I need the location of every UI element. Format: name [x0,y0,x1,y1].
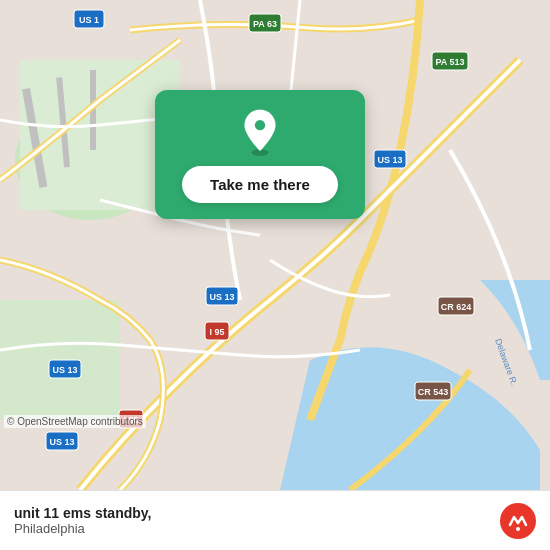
osm-attribution: © OpenStreetMap contributors [4,415,146,428]
map-container: US 1 PA 63 PA 513 US 13 US 13 I 95 US 13… [0,0,550,490]
svg-text:US 13: US 13 [209,292,234,302]
location-label: unit 11 ems standby, Philadelphia [14,505,151,536]
moovit-logo-icon [500,503,536,539]
bottom-bar: unit 11 ems standby, Philadelphia [0,490,550,550]
location-card: Take me there [155,90,365,219]
take-me-there-button[interactable]: Take me there [182,166,338,203]
svg-text:US 13: US 13 [49,437,74,447]
svg-text:I 95: I 95 [209,327,224,337]
svg-point-31 [255,120,265,130]
svg-text:US 13: US 13 [377,155,402,165]
svg-text:US 1: US 1 [79,15,99,25]
location-name: unit 11 ems standby, [14,505,151,521]
svg-text:CR 624: CR 624 [441,302,472,312]
svg-point-33 [516,527,520,531]
location-pin-icon [236,108,284,156]
city-name: Philadelphia [14,521,151,536]
svg-text:US 13: US 13 [52,365,77,375]
svg-text:CR 543: CR 543 [418,387,449,397]
svg-text:PA 513: PA 513 [435,57,464,67]
moovit-brand [500,503,536,539]
svg-text:PA 63: PA 63 [253,19,277,29]
